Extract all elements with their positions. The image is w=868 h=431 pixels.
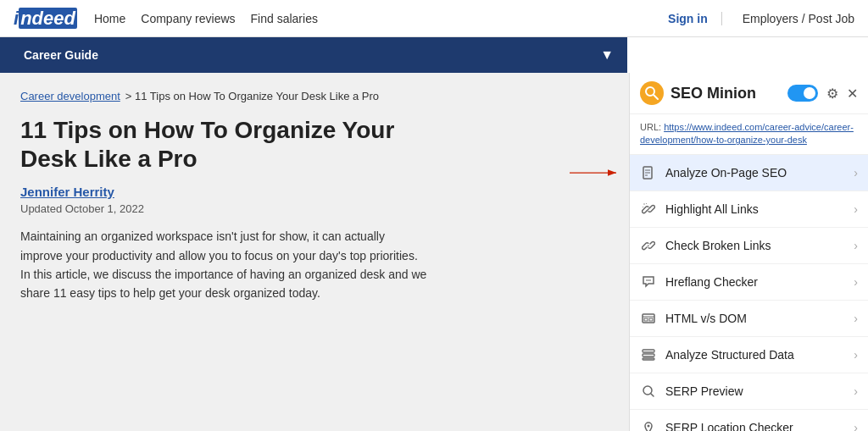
serp-preview-chevron-icon: › [854,384,858,398]
serp-location-label: SERP Location Checker [665,421,845,431]
seo-toggle[interactable] [787,85,818,102]
structured-data-label: Analyze Structured Data [665,348,845,362]
seo-panel-title: SEO Minion [670,85,781,102]
html-dom-icon [640,310,657,327]
signin-link[interactable]: Sign in [668,12,722,25]
article-author[interactable]: Jennifer Herrity [20,185,609,199]
serp-location-chevron-icon: › [854,421,858,431]
article-title: 11 Tips on How To Organize Your Desk Lik… [20,116,444,173]
svg-rect-22 [643,358,654,360]
structured-data-icon [640,346,657,363]
highlight-links-icon [640,201,657,218]
check-broken-icon [640,237,657,254]
seo-url-bar: URL: https://www.indeed.com/career-advic… [630,114,868,155]
hreflang-chevron-icon: › [854,275,858,289]
menu-item-serp-preview[interactable]: SERP Preview› [630,373,868,410]
highlight-links-label: Highlight All Links [665,202,845,216]
hreflang-label: Hreflang Checker [665,275,845,289]
analyze-on-page-chevron-icon: › [854,166,858,180]
structured-data-chevron-icon: › [854,348,858,362]
arrow-indicator [570,164,620,181]
svg-rect-21 [643,354,654,356]
serp-preview-icon [640,383,657,400]
article-date: Updated October 1, 2022 [20,202,609,215]
menu-item-structured-data[interactable]: Analyze Structured Data› [630,337,868,373]
seo-panel-header: SEO Minion ⚙ ✕ [630,73,868,114]
svg-rect-19 [649,318,653,321]
nav-find-salaries[interactable]: Find salaries [251,12,318,25]
analyze-on-page-icon [640,164,657,181]
career-guide-bar: Career Guide ▼ [0,37,627,73]
svg-line-11 [646,203,647,204]
breadcrumb: Career development > 11 Tips on How To O… [20,90,609,102]
seo-menu: Analyze On-Page SEO›Highlight All Links›… [630,155,868,431]
nav-company-reviews[interactable]: Company reviews [141,12,235,25]
menu-item-analyze-on-page[interactable]: Analyze On-Page SEO› [630,155,868,191]
career-guide-label: Career Guide [14,43,108,67]
svg-marker-14 [643,277,654,286]
html-dom-label: HTML v/s DOM [665,312,845,325]
indeed-logo: indeed [14,8,77,30]
svg-rect-20 [643,350,654,352]
close-icon[interactable]: ✕ [847,86,858,102]
svg-line-12 [643,207,643,207]
seo-panel: SEO Minion ⚙ ✕ URL: https://www.indeed.c… [629,73,868,431]
seo-logo-icon [640,81,664,105]
check-broken-chevron-icon: › [854,239,858,252]
nav-home[interactable]: Home [94,12,125,25]
analyze-on-page-label: Analyze On-Page SEO [665,166,845,180]
indeed-header: indeed Home Company reviews Find salarie… [0,0,868,37]
svg-point-25 [648,424,650,427]
svg-line-24 [651,394,654,396]
menu-item-hreflang[interactable]: Hreflang Checker› [630,264,868,301]
indeed-nav: Home Company reviews Find salaries [94,12,651,25]
gear-icon[interactable]: ⚙ [826,86,838,102]
url-link[interactable]: https://www.indeed.com/career-advice/car… [640,122,854,145]
menu-item-html-dom[interactable]: HTML v/s DOM› [630,301,868,337]
breadcrumb-link[interactable]: Career development [20,90,120,102]
hreflang-icon [640,274,657,290]
check-broken-label: Check Broken Links [665,239,845,252]
career-bar-chevron-icon[interactable]: ▼ [600,47,614,63]
html-dom-chevron-icon: › [854,312,858,325]
breadcrumb-separator: > 11 Tips on How To Organize Your Desk L… [125,90,379,102]
menu-item-serp-location[interactable]: SERP Location Checker› [630,410,868,431]
serp-preview-label: SERP Preview [665,384,845,398]
menu-item-check-broken[interactable]: Check Broken Links› [630,228,868,264]
highlight-links-chevron-icon: › [854,202,858,216]
svg-line-9 [647,207,650,211]
menu-item-highlight-links[interactable]: Highlight All Links› [630,191,868,228]
article-body: Maintaining an organized workspace isn't… [20,227,427,303]
article-area: Career development > 11 Tips on How To O… [0,73,629,431]
url-label: URL: [640,122,661,132]
main-area: Career development > 11 Tips on How To O… [0,73,868,431]
employers-link[interactable]: Employers / Post Job [743,12,854,25]
serp-location-icon [640,419,657,431]
svg-rect-18 [644,318,648,321]
svg-line-13 [648,245,649,246]
